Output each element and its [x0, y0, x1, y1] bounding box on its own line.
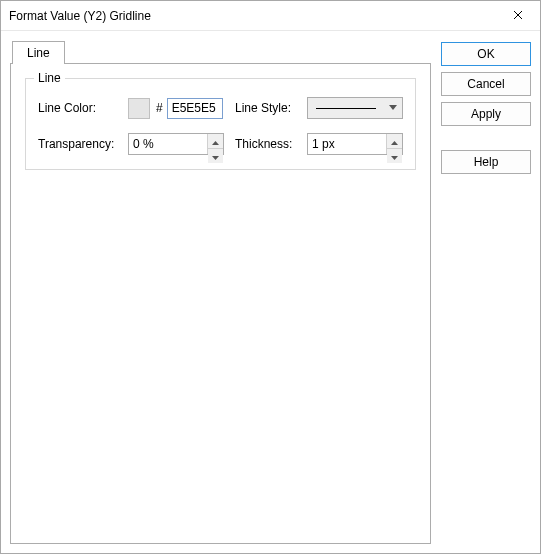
thickness-label: Thickness: — [235, 137, 307, 151]
spin-up-button[interactable] — [208, 134, 223, 149]
thickness-spinner[interactable] — [307, 133, 403, 155]
dialog-window: Format Value (Y2) Gridline Line Line Lin… — [0, 0, 541, 554]
transparency-spinner[interactable] — [128, 133, 224, 155]
tab-panel-line: Line Line Color: # Line Style: — [10, 63, 431, 544]
tab-line[interactable]: Line — [12, 41, 65, 64]
line-style-combo[interactable] — [307, 97, 403, 119]
group-title: Line — [34, 71, 65, 85]
close-button[interactable] — [495, 1, 540, 30]
spin-down-button[interactable] — [387, 149, 402, 163]
transparency-input[interactable] — [129, 134, 207, 154]
group-line: Line Line Color: # Line Style: — [25, 78, 416, 170]
row-transparency-thickness: Transparency: — [38, 133, 403, 155]
row-color-style: Line Color: # Line Style: — [38, 97, 403, 119]
chevron-up-icon — [212, 134, 219, 148]
cancel-button[interactable]: Cancel — [441, 72, 531, 96]
color-swatch[interactable] — [128, 98, 150, 119]
line-style-label: Line Style: — [235, 101, 307, 115]
window-title: Format Value (Y2) Gridline — [9, 9, 495, 23]
chevron-down-icon — [212, 149, 219, 163]
spin-buttons — [386, 134, 402, 154]
tab-container: Line Line Line Color: # Line Style: — [10, 40, 431, 544]
line-color-label: Line Color: — [38, 101, 128, 115]
line-style-preview — [316, 108, 376, 109]
chevron-down-icon — [391, 149, 398, 163]
spin-down-button[interactable] — [208, 149, 223, 163]
spin-up-button[interactable] — [387, 134, 402, 149]
thickness-input[interactable] — [308, 134, 386, 154]
close-icon — [513, 9, 523, 23]
titlebar: Format Value (Y2) Gridline — [1, 1, 540, 31]
chevron-up-icon — [391, 134, 398, 148]
hash-symbol: # — [156, 101, 163, 115]
hex-input[interactable] — [167, 98, 223, 119]
client-area: Line Line Line Color: # Line Style: — [1, 31, 540, 553]
tab-strip: Line — [12, 40, 431, 63]
apply-button[interactable]: Apply — [441, 102, 531, 126]
ok-button[interactable]: OK — [441, 42, 531, 66]
chevron-down-icon — [384, 105, 402, 111]
spin-buttons — [207, 134, 223, 154]
transparency-label: Transparency: — [38, 137, 128, 151]
button-column: OK Cancel Apply Help — [441, 40, 531, 544]
help-button[interactable]: Help — [441, 150, 531, 174]
